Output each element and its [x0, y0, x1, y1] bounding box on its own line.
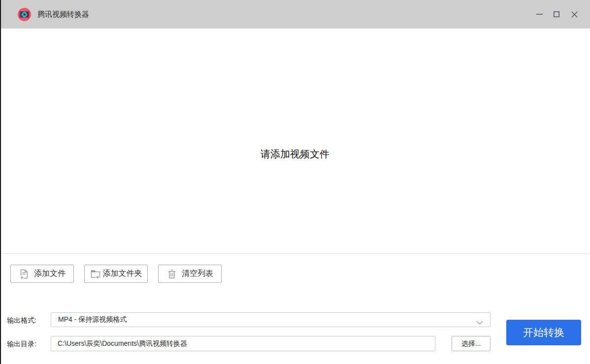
add-files-button[interactable]: 添加文件 — [10, 265, 74, 283]
start-convert-button[interactable]: 开始转换 — [506, 320, 581, 345]
output-directory-input[interactable] — [51, 336, 435, 351]
trash-icon — [166, 269, 177, 279]
clear-list-label: 清空列表 — [182, 269, 213, 279]
output-format-label: 输出格式: — [7, 316, 36, 325]
add-files-label: 添加文件 — [34, 269, 66, 279]
app-window: 腾讯视频转换器 请添加视频文件 添加文件 — [0, 0, 590, 364]
clear-list-button[interactable]: 清空列表 — [158, 265, 222, 283]
minimize-button[interactable] — [532, 7, 547, 22]
close-button[interactable] — [567, 7, 582, 22]
output-format-dropdown[interactable]: MP4 - 保持源视频格式 — [51, 312, 491, 327]
browse-button[interactable]: 选择... — [452, 336, 491, 351]
add-file-icon — [19, 269, 30, 279]
window-title: 腾讯视频转换器 — [37, 0, 89, 29]
empty-list-message: 请添加视频文件 — [0, 148, 590, 161]
app-logo-icon — [18, 8, 31, 21]
start-convert-label: 开始转换 — [523, 326, 564, 339]
output-directory-label: 输出目录: — [7, 340, 36, 349]
background-window-edge — [0, 0, 1, 364]
section-divider — [0, 253, 590, 254]
browse-label: 选择... — [461, 339, 481, 348]
add-folder-icon — [90, 269, 101, 279]
add-folder-label: 添加文件夹 — [103, 269, 142, 279]
titlebar: 腾讯视频转换器 — [0, 0, 590, 29]
chevron-down-icon — [476, 318, 483, 322]
output-format-value: MP4 - 保持源视频格式 — [51, 315, 127, 324]
add-folder-button[interactable]: 添加文件夹 — [84, 265, 148, 283]
maximize-button[interactable] — [549, 7, 564, 22]
